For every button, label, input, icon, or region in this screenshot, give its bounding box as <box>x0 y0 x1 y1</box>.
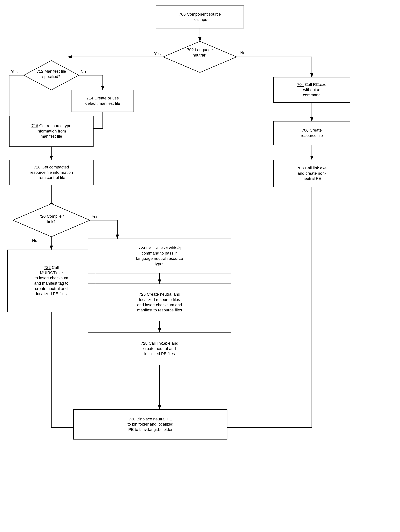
node-706: 706 Createresource file <box>273 121 350 145</box>
node-702: 702 Languageneutral? <box>180 47 220 58</box>
flowchart: 700 Component sourcefiles input 702 Lang… <box>0 0 400 532</box>
node-728: 728 Call link.exe andcreate neutral andl… <box>88 332 231 365</box>
node-708: 708 Call link.exeand create non-neutral … <box>273 160 350 187</box>
node-724: 724 Call RC.exe with /qcommand to pass i… <box>88 239 231 273</box>
node-720: 720 Compile /link? <box>31 214 72 224</box>
node-700: 700 Component sourcefiles input <box>156 6 244 28</box>
node-726: 726 Create neutral andlocalized resource… <box>88 284 231 321</box>
node-716: 716 Get resource typeinformation fromman… <box>9 116 94 147</box>
node-712: 712 Manifest filespecified? <box>31 69 72 79</box>
label-720-no: No <box>32 238 37 243</box>
node-730: 730 Binplace neutral PEto bin folder and… <box>73 409 227 439</box>
label-712-no: No <box>81 69 86 74</box>
label-702-yes: Yes <box>154 51 161 56</box>
label-702-no: No <box>240 51 245 55</box>
label-712-yes: Yes <box>11 69 18 74</box>
node-704: 704 Call RC.exewithout /qcommand <box>273 77 350 103</box>
node-714: 714 Create or usedefault manifest file <box>72 90 134 112</box>
node-718: 718 Get compactedresource file informati… <box>9 160 94 185</box>
label-720-yes: Yes <box>92 214 98 219</box>
node-722: 722 CallMUIRCT.exeto insert checksumand … <box>7 250 95 312</box>
